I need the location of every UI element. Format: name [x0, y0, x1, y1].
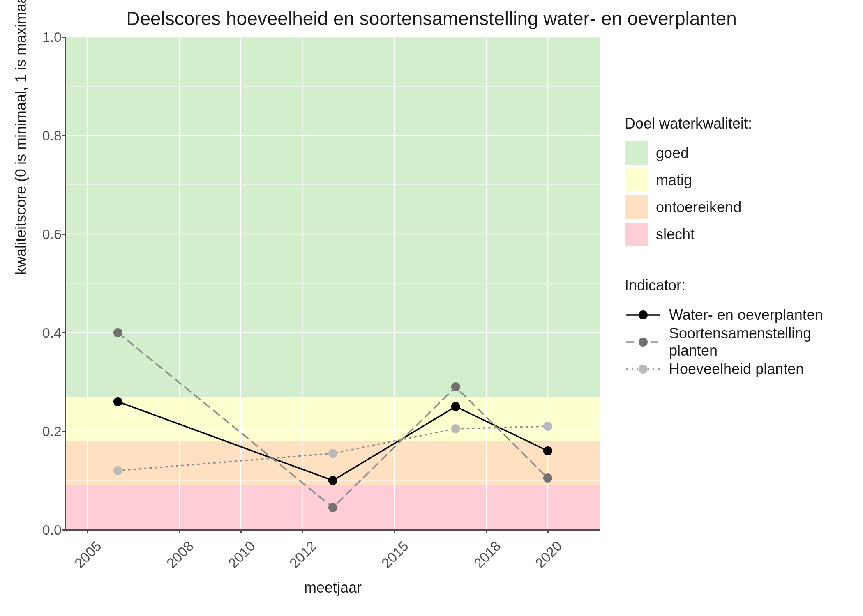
y-tick-mark	[62, 332, 66, 333]
legend-swatch	[625, 195, 648, 219]
svg-point-19	[328, 476, 337, 485]
x-tick-label: 2010	[212, 538, 258, 584]
svg-point-24	[451, 382, 460, 391]
x-tick-mark	[302, 530, 303, 533]
legend-band-item: slecht	[625, 221, 863, 248]
legend-swatch	[625, 223, 648, 246]
legend-series-sample	[625, 357, 662, 381]
legend-bands-title: Doel waterkwaliteit:	[625, 115, 863, 132]
legend-series-sample	[625, 303, 662, 327]
legend-band-label: matig	[656, 172, 692, 189]
svg-point-33	[639, 338, 648, 347]
legend-series-item: Soortensamenstelling planten	[625, 329, 863, 356]
y-tick-mark	[62, 135, 66, 136]
svg-point-28	[451, 424, 460, 433]
legend-series-label: Water- en oeverplanten	[669, 306, 823, 324]
legend-swatch	[625, 141, 648, 165]
legend-band-item: matig	[625, 167, 863, 194]
series-lines	[66, 37, 600, 530]
legend-series-title: Indicator:	[625, 277, 863, 294]
axis-x-line	[66, 529, 600, 531]
y-tick-mark	[62, 37, 66, 38]
legend-series-label: Hoeveelheid planten	[669, 361, 804, 378]
svg-point-22	[113, 328, 122, 337]
svg-point-20	[451, 402, 460, 411]
legend-band-label: goed	[656, 145, 689, 162]
legend-band-label: ontoereikend	[656, 199, 741, 216]
y-tick-label: 0.4	[21, 325, 62, 341]
y-tick-mark	[62, 431, 66, 432]
svg-point-26	[113, 466, 122, 475]
svg-point-29	[543, 422, 552, 431]
svg-point-21	[543, 446, 552, 455]
legend-bands-items: goedmatigontoereikendslecht	[625, 140, 863, 248]
svg-point-23	[328, 503, 337, 512]
legend-series-item: Hoeveelheid planten	[625, 356, 863, 383]
x-tick-mark	[240, 530, 242, 533]
legend-swatch	[625, 168, 648, 192]
legend: Doel waterkwaliteit: goedmatigontoereike…	[625, 115, 863, 383]
x-tick-label: 2005	[58, 538, 104, 584]
svg-point-18	[113, 397, 122, 406]
x-tick-mark	[486, 530, 487, 533]
x-tick-mark	[394, 530, 395, 533]
y-axis-title: kwaliteitscore (0 is minimaal, 1 is maxi…	[12, 0, 30, 275]
y-tick-mark	[62, 234, 66, 235]
legend-band-item: ontoereikend	[625, 194, 863, 221]
axis-y-line	[65, 37, 66, 530]
chart-title: Deelscores hoeveelheid en soortensamenst…	[0, 7, 863, 30]
legend-band-item: goed	[625, 140, 863, 167]
y-tick-mark	[62, 529, 66, 531]
legend-series-items: Water- en oeverplantenSoortensamenstelli…	[625, 301, 863, 383]
svg-point-27	[328, 449, 337, 458]
x-tick-mark	[547, 530, 549, 533]
x-tick-label: 2012	[273, 538, 319, 584]
legend-series-label: Soortensamenstelling planten	[669, 325, 863, 359]
svg-point-25	[543, 473, 552, 483]
legend-band-label: slecht	[656, 226, 695, 243]
x-axis-title: meetjaar	[66, 579, 600, 596]
svg-point-35	[639, 365, 648, 374]
y-tick-label: 0.2	[21, 423, 62, 439]
x-tick-label: 2020	[519, 538, 565, 584]
x-tick-label: 2008	[151, 538, 197, 584]
x-tick-label: 2018	[458, 538, 504, 584]
y-tick-label: 0.0	[21, 522, 62, 538]
x-tick-mark	[179, 530, 180, 533]
plot-area	[66, 37, 600, 530]
legend-series-sample	[625, 330, 662, 354]
x-tick-mark	[87, 530, 88, 533]
svg-point-31	[639, 310, 648, 319]
x-tick-label: 2015	[366, 538, 412, 584]
